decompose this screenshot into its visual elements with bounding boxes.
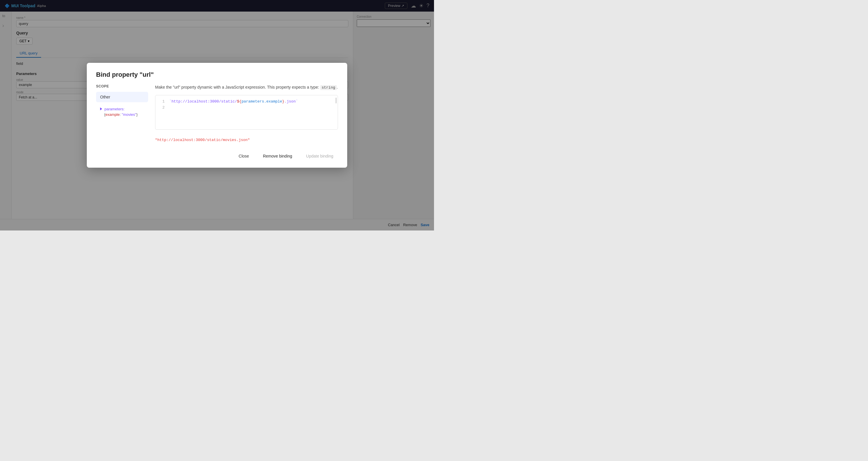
modal-body: Scope Other parameters: {example: "movie…	[87, 84, 347, 145]
type-code: string	[320, 85, 337, 90]
params-key: example	[105, 112, 120, 117]
modal-title: Bind property "url"	[96, 71, 338, 79]
dollar-brace: ${	[237, 99, 242, 104]
modal-header: Bind property "url"	[87, 63, 347, 84]
line-number-2: 2	[160, 105, 165, 111]
code-editor[interactable]: 1 `http://localhost:3000/static/${parame…	[155, 95, 338, 130]
triangle-icon	[100, 108, 102, 110]
scope-item-other[interactable]: Other	[96, 92, 148, 102]
close-brace: }	[282, 99, 284, 104]
params-brace-close: }	[136, 112, 137, 117]
scrollbar[interactable]	[336, 97, 337, 104]
update-binding-button: Update binding	[302, 151, 338, 161]
line-number-1: 1	[160, 99, 165, 105]
modal-footer: Close Remove binding Update binding	[87, 144, 347, 168]
code-line-2: 2	[160, 105, 333, 111]
close-button[interactable]: Close	[234, 151, 254, 161]
code-line-1: 1 `http://localhost:3000/static/${parame…	[160, 99, 333, 105]
params-colon: :	[120, 112, 122, 117]
dot-json: .json`	[284, 99, 298, 104]
code-content-1: `http://localhost:3000/static/${paramete…	[169, 99, 298, 105]
editor-description: Make the "url" property dynamic with a J…	[155, 84, 338, 91]
scope-label: Scope	[96, 84, 148, 88]
modal-overlay: Bind property "url" Scope Other paramete…	[0, 0, 434, 231]
expression: parameters.example	[242, 99, 282, 104]
parameters-header: parameters:	[100, 107, 144, 111]
remove-binding-button[interactable]: Remove binding	[258, 151, 297, 161]
backtick-open: `	[169, 99, 172, 104]
bind-property-modal: Bind property "url" Scope Other paramete…	[87, 63, 347, 168]
params-value: "movies"	[122, 112, 136, 117]
scope-item-parameters[interactable]: parameters: {example: "movies"}	[96, 105, 148, 119]
url-static: http://localhost:3000/static/	[172, 99, 237, 104]
eval-result: "http://localhost:3000/static/movies.jso…	[155, 136, 338, 144]
parameters-label: parameters:	[104, 107, 124, 111]
modal-editor-area: Make the "url" property dynamic with a J…	[155, 84, 338, 145]
parameters-content: {example: "movies"}	[100, 112, 144, 117]
modal-scope-panel: Scope Other parameters: {example: "movie…	[96, 84, 148, 145]
